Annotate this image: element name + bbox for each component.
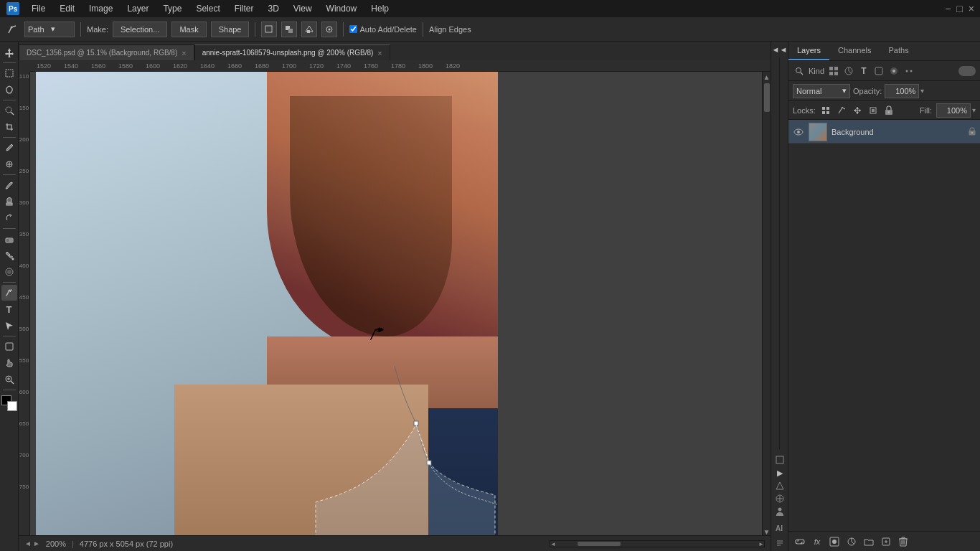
scrollbar-h[interactable]: ◄ ► [550,540,765,547]
status-sep: | [72,540,74,548]
filter-smart-icon[interactable] [887,65,900,77]
filter-shape-icon[interactable] [872,65,885,77]
stamp-tool[interactable] [1,194,17,209]
right-panel: Layers Channels Paths Kind [788,42,980,551]
channels-tab[interactable]: Channels [829,42,880,60]
nav-left-btn[interactable]: ◄ [24,540,32,547]
history-brush-tool[interactable] [1,210,17,226]
eyedropper-tool[interactable] [1,140,17,156]
hand-tool[interactable] [1,355,17,371]
strip-icon-person[interactable] [773,507,786,517]
strip-icon-ai[interactable]: AI [773,522,786,534]
filter-adjustment-icon[interactable] [842,65,855,77]
crop-tool[interactable] [1,119,17,135]
healing-tool[interactable] [1,156,17,172]
layer-mask-icon[interactable] [827,534,842,549]
menu-view[interactable]: View [288,2,318,15]
strip-icon-3[interactable] [773,494,786,504]
path-ops-icon2[interactable] [281,22,297,37]
menu-image[interactable]: Image [83,2,118,15]
menu-filter[interactable]: Filter [229,2,260,15]
tab-annie[interactable]: annie-spratt-1068579-unsplash.png @ 200%… [194,44,390,60]
canvas-container[interactable]: ▲ ▼ [30,72,771,535]
scrollbar-v[interactable]: ▲ ▼ [762,72,771,535]
opacity-input[interactable] [885,84,919,98]
background-color[interactable] [7,401,17,411]
ruler-tick: 1520 [30,62,57,70]
maximize-btn[interactable]: □ [956,3,962,14]
lasso-tool[interactable] [1,82,17,98]
layers-filter: Kind T [788,61,980,81]
lock-all-icon[interactable] [883,105,895,116]
mask-btn[interactable]: Mask [171,22,206,37]
lock-pixel-icon[interactable] [820,105,831,116]
lock-brush-icon[interactable] [836,105,847,116]
opacity-control[interactable]: ▾ [885,84,924,98]
eraser-tool[interactable] [1,231,17,247]
close-btn[interactable]: × [969,3,974,14]
layer-fx-icon[interactable]: fx [810,534,824,549]
blend-mode-dropdown[interactable]: Normal ▾ [793,84,850,98]
path-ops-icon1[interactable] [261,22,277,37]
paths-tab[interactable]: Paths [880,42,918,60]
strip-icon-2[interactable] [773,481,786,491]
ruler-tick: 1820 [439,62,466,70]
menu-edit[interactable]: Edit [54,2,80,15]
paint-bucket-tool[interactable] [1,248,17,263]
text-tool[interactable]: T [1,301,17,317]
sep4 [423,22,423,37]
menu-3d[interactable]: 3D [262,2,284,15]
collapse-btn[interactable]: ◄◄ [773,44,786,55]
svg-point-52 [906,70,908,72]
move-tool[interactable] [1,44,17,60]
path-settings-icon[interactable] [321,22,337,37]
svg-point-2 [11,26,13,28]
nav-right-btn[interactable]: ► [33,540,40,547]
fill-control[interactable]: ▾ [936,103,976,118]
layer-visibility-icon[interactable] [793,126,804,138]
marquee-tool[interactable] [1,65,17,81]
selection-btn[interactable]: Selection... [113,22,167,37]
shape-btn[interactable]: Shape [211,22,250,37]
menu-file[interactable]: File [26,2,51,15]
strip-icon-para[interactable] [773,538,786,548]
tab-dsc-close[interactable]: × [182,49,186,57]
brush-tool[interactable] [1,177,17,193]
minimize-btn[interactable]: − [945,3,951,14]
new-layer-icon[interactable] [879,534,893,549]
layer-link-icon[interactable] [793,534,807,549]
fill-input[interactable] [936,103,971,118]
lock-position-icon[interactable] [852,105,863,116]
zoom-tool[interactable] [1,372,17,387]
path-select-tool[interactable] [1,318,17,334]
tool-mode-dropdown[interactable]: Path ▾ [24,22,75,37]
shape-tool[interactable] [1,339,17,354]
filter-toggle[interactable] [958,66,976,76]
menu-select[interactable]: Select [190,2,225,15]
layer-group-icon[interactable] [862,534,876,549]
menu-type[interactable]: Type [157,2,187,15]
layers-tab[interactable]: Layers [788,42,829,60]
delete-layer-icon[interactable] [896,534,910,549]
strip-icon-play[interactable]: ▶ [773,468,786,478]
layer-adjustment-icon[interactable] [844,534,859,549]
blur-tool[interactable] [1,264,17,280]
tab-dsc[interactable]: DSC_1356.psd @ 15.1% (Background, RGB/8)… [19,44,194,60]
lock-artboard-icon[interactable] [867,105,879,116]
ruler-content: 1520 1540 1560 1580 1600 1620 1640 1660 … [30,62,466,70]
auto-add-delete-check[interactable]: Auto Add/Delete [349,25,417,34]
color-chips[interactable] [1,395,17,411]
quick-select-tool[interactable] [1,103,17,118]
layer-background[interactable]: Background [788,120,980,144]
path-ops-icon3[interactable] [301,22,317,37]
tab-annie-close[interactable]: × [377,49,382,57]
menu-help[interactable]: Help [365,2,395,15]
filter-pixel-icon[interactable] [827,65,840,77]
menu-layer[interactable]: Layer [121,2,154,15]
pen-tool-sidebar[interactable] [1,285,17,301]
strip-icon-1[interactable] [773,455,786,465]
filter-more-icon[interactable] [903,65,915,77]
menu-window[interactable]: Window [321,2,363,15]
filter-type-icon[interactable]: T [857,65,870,77]
status-nav: ◄ ► [24,540,40,547]
